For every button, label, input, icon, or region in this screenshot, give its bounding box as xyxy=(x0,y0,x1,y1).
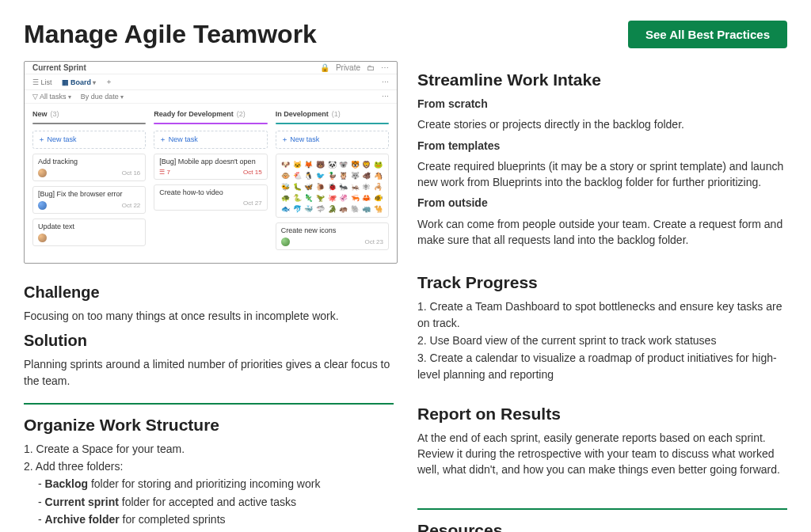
filter-duedate[interactable]: By due date xyxy=(81,93,124,101)
card-date: Oct 22 xyxy=(122,202,141,209)
from-templates-sub: From templates xyxy=(417,138,787,154)
lane-indev-title: In Development xyxy=(276,110,329,118)
track-heading: Track Progress xyxy=(417,273,787,292)
list-item: - Backlog folder for storing and priorit… xyxy=(24,476,394,492)
lane-new-count: (3) xyxy=(51,110,59,118)
resources-heading: Resources xyxy=(417,521,787,532)
lane-ready: Ready for Development (2) ＋ New task [Bu… xyxy=(154,110,267,250)
filter-alltasks-label: All tasks xyxy=(40,93,67,101)
privacy-label: Private xyxy=(336,63,360,72)
card-date: Oct 16 xyxy=(122,169,141,177)
page-header: Manage Agile Teamwork See All Best Pract… xyxy=(12,12,799,61)
filter-alltasks[interactable]: ▽ All tasks xyxy=(32,93,71,101)
card-title: Create how-to video xyxy=(159,188,261,196)
privacy-icon: 🔒 xyxy=(320,63,329,72)
lane-new-title: New xyxy=(32,110,48,118)
section-divider xyxy=(24,403,394,405)
avatar-icon xyxy=(38,201,47,210)
icon-grid: 🐶🐱🦊🐻🐼🐨🐯🦁🐸 🐵🐔🐧🐦🦆🦉🐺🐗🐴 🐝🐛🦋🐌🐞🐜🦗🕷🦂 🐢🐍🦎🦖🐙🦑🦐🦀🐠 … xyxy=(281,160,383,214)
from-outside-sub: From outside xyxy=(417,195,787,211)
report-heading: Report on Results xyxy=(417,405,787,424)
folder-icon: 🗀 xyxy=(367,63,375,72)
lane-indev-count: (1) xyxy=(332,110,341,118)
from-outside-text: Work can come from people outside your t… xyxy=(417,216,787,249)
streamline-heading: Streamline Work Intake xyxy=(417,70,787,89)
card[interactable]: Add tracking Oct 16 xyxy=(32,154,146,181)
new-task-button[interactable]: ＋ New task xyxy=(154,131,267,149)
lane-ready-title: Ready for Development xyxy=(154,110,234,118)
avatar-icon xyxy=(38,169,47,177)
solution-heading: Solution xyxy=(24,332,394,350)
card[interactable]: [Bug] Mobile app doesn't open ☰ 7Oct 15 xyxy=(154,154,267,180)
lane-indev: In Development (1) ＋ New task 🐶🐱🦊🐻🐼🐨🐯🦁🐸 … xyxy=(276,110,389,250)
list-item: 3. Create a calendar to visualize a road… xyxy=(417,350,787,382)
list-item: - Current sprint folder for accepted and… xyxy=(24,494,394,510)
list-item: 1. Create a Team Dashboard to spot bottl… xyxy=(417,298,787,331)
filter-more-icon[interactable]: ⋯ xyxy=(382,93,389,101)
lane-ready-count: (2) xyxy=(237,110,246,118)
tab-list-label: List xyxy=(41,78,52,86)
tab-board-label: Board xyxy=(70,78,91,86)
card[interactable]: Create new icons Oct 23 xyxy=(276,222,389,250)
organize-heading: Organize Work Structure xyxy=(24,416,394,435)
card-title: Add tracking xyxy=(38,158,140,165)
report-text: At the end of each sprint, easily genera… xyxy=(417,430,787,478)
card-date: Oct 27 xyxy=(243,200,262,207)
card-icons[interactable]: 🐶🐱🦊🐻🐼🐨🐯🦁🐸 🐵🐔🐧🐦🦆🦉🐺🐗🐴 🐝🐛🦋🐌🐞🐜🦗🕷🦂 🐢🐍🦎🦖🐙🦑🦐🦀🐠 … xyxy=(276,154,389,218)
card-title: Create new icons xyxy=(281,226,383,234)
avatar-icon xyxy=(281,238,290,246)
card-date: Oct 23 xyxy=(364,238,383,245)
new-task-label: New task xyxy=(169,135,198,143)
left-column: Current Sprint 🔒 Private 🗀 ⋯ ☰ List ▦ Bo… xyxy=(24,61,394,532)
card-subtask: 7 xyxy=(167,169,170,176)
card[interactable]: [Bug] Fix the browser error Oct 22 xyxy=(32,186,146,214)
section-divider xyxy=(417,508,787,510)
list-item: 3. Create a custom workflow with statuse… xyxy=(24,529,394,532)
see-all-button[interactable]: See All Best Practices xyxy=(628,21,787,48)
mockup-title: Current Sprint xyxy=(32,63,86,72)
new-task-button[interactable]: ＋ New task xyxy=(32,131,146,149)
page-title: Manage Agile Teamwork xyxy=(24,20,317,49)
card-date: Oct 15 xyxy=(243,169,262,176)
new-task-button[interactable]: ＋ New task xyxy=(276,131,389,149)
list-item: 1. Create a Space for your team. xyxy=(24,441,394,457)
toolbar-more-icon[interactable]: ⋯ xyxy=(382,78,389,86)
kanban-mockup: Current Sprint 🔒 Private 🗀 ⋯ ☰ List ▦ Bo… xyxy=(24,61,398,264)
new-task-label: New task xyxy=(290,135,319,143)
card-title: Update text xyxy=(38,222,140,230)
from-scratch-text: Create stories or projects directly in t… xyxy=(417,116,787,132)
new-task-label: New task xyxy=(48,135,77,143)
list-item: 2. Add three folders: xyxy=(24,458,394,474)
add-tab-icon[interactable]: ＋ xyxy=(105,77,112,87)
tab-list[interactable]: ☰ List xyxy=(32,78,52,86)
card[interactable]: Create how-to video Oct 27 xyxy=(154,184,267,211)
challenge-heading: Challenge xyxy=(24,283,394,302)
tab-board[interactable]: ▦ Board xyxy=(62,78,97,86)
lane-new: New (3) ＋ New task Add tracking Oct 16 [… xyxy=(32,110,146,250)
right-column: Streamline Work Intake From scratch Crea… xyxy=(417,61,787,532)
from-scratch-sub: From scratch xyxy=(417,96,787,112)
from-templates-text: Create required blueprints (it may be a … xyxy=(417,158,787,191)
organize-list: 1. Create a Space for your team. 2. Add … xyxy=(24,441,394,532)
more-icon: ⋯ xyxy=(381,63,389,72)
avatar-icon xyxy=(38,234,47,242)
list-item: 2. Use Board view of the current sprint … xyxy=(417,332,787,348)
card-title: [Bug] Fix the browser error xyxy=(38,190,140,198)
card-title: [Bug] Mobile app doesn't open xyxy=(159,158,261,165)
solution-text: Planning sprints around a limited number… xyxy=(24,356,394,389)
card[interactable]: Update text xyxy=(32,218,146,246)
list-item: - Archive folder for completed sprints xyxy=(24,511,394,527)
challenge-text: Focusing on too many things at once resu… xyxy=(24,308,394,324)
